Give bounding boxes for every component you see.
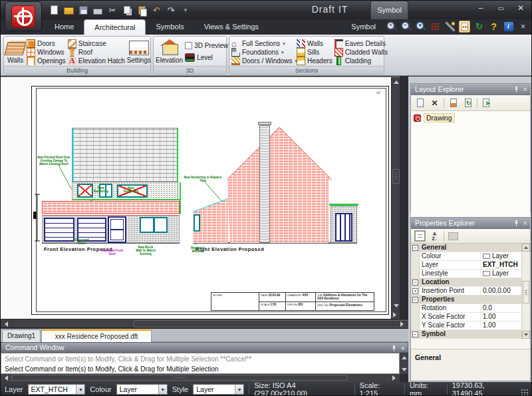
sketch-mode-icon[interactable] bbox=[459, 21, 470, 32]
tab-home[interactable]: Home bbox=[45, 19, 84, 35]
insert-symbol-icon[interactable]: ➤ bbox=[481, 97, 492, 108]
scroll-right-button[interactable] bbox=[399, 320, 408, 328]
style-dropdown[interactable]: Layer▼ bbox=[193, 384, 244, 395]
property-rotation[interactable]: Rotation0.0 bbox=[411, 304, 530, 313]
grid-scroll-thumb[interactable] bbox=[523, 281, 529, 303]
grid-scroll-up[interactable] bbox=[522, 244, 530, 252]
vertical-scroll-thumb[interactable] bbox=[392, 169, 400, 184]
doc-tab-drawing1[interactable]: Drawing1 bbox=[2, 329, 41, 342]
property-insertion-point[interactable]: +Insertion Point0.00,0.00 bbox=[411, 287, 530, 296]
categorized-view-icon[interactable] bbox=[414, 230, 426, 242]
grid-snap-icon[interactable] bbox=[430, 21, 441, 32]
open-icon[interactable] bbox=[63, 5, 74, 15]
ribbon-close-icon[interactable]: × bbox=[517, 21, 529, 32]
openings-button[interactable]: Openings bbox=[27, 57, 66, 65]
app-menu-button[interactable] bbox=[5, 1, 42, 31]
doc-tab-residence[interactable]: xxx Residence Proposed.dft bbox=[41, 329, 152, 342]
command-vertical-scrollbar[interactable] bbox=[400, 353, 408, 374]
drawing-canvas[interactable]: A2 bbox=[1, 77, 400, 319]
property-colour[interactable]: ColourLayer bbox=[411, 252, 530, 261]
elevation-button[interactable]: Elevation bbox=[156, 38, 183, 65]
headers-button[interactable]: Headers bbox=[297, 57, 332, 65]
category-symbol[interactable]: −Symbol bbox=[411, 330, 530, 339]
command-scroll-thumb[interactable] bbox=[11, 375, 347, 381]
layer-dropdown[interactable]: EXT_HTCH▼ bbox=[28, 384, 86, 395]
cladding-button[interactable]: Cladding bbox=[334, 57, 384, 65]
walls-button[interactable]: Walls bbox=[6, 38, 25, 65]
new-layout-icon[interactable] bbox=[414, 97, 426, 108]
layout-explorer-close-icon[interactable]: × bbox=[523, 86, 527, 93]
zoom-in-icon[interactable] bbox=[386, 21, 397, 32]
canvas-horizontal-scrollbar[interactable] bbox=[1, 319, 408, 328]
windows-button[interactable]: Windows bbox=[27, 48, 66, 57]
property-y-scale[interactable]: Y Scale Factor1.00 bbox=[411, 321, 530, 330]
undo-icon[interactable]: ↶ bbox=[151, 5, 162, 15]
dropdown-arrow-icon[interactable]: ▼ bbox=[158, 385, 167, 394]
sort-az-icon[interactable]: AZ↓ bbox=[429, 230, 440, 242]
scroll-up-button[interactable] bbox=[392, 77, 400, 87]
tab-views-settings[interactable]: Views & Settings bbox=[194, 19, 269, 35]
command-close-icon[interactable]: × bbox=[401, 345, 405, 352]
3d-preview-checkbox[interactable]: 3D Preview bbox=[185, 41, 228, 50]
command-scroll-up[interactable] bbox=[400, 353, 408, 362]
close-button[interactable]: ✕ bbox=[514, 4, 527, 13]
level-button[interactable]: Level bbox=[185, 53, 228, 62]
staircase-button[interactable]: Staircase bbox=[68, 39, 125, 48]
zoom-out-icon[interactable] bbox=[400, 21, 412, 32]
command-scroll-left[interactable] bbox=[1, 374, 9, 382]
pin-icon[interactable] bbox=[391, 345, 397, 352]
property-x-scale[interactable]: X Scale Factor1.00 bbox=[411, 313, 530, 321]
cladded-walls-button[interactable]: Cladded Walls bbox=[334, 48, 384, 57]
scroll-down-button[interactable] bbox=[392, 301, 400, 310]
new-icon[interactable] bbox=[49, 5, 59, 15]
maximize-button[interactable]: ▭ bbox=[494, 4, 507, 13]
minimize-button[interactable]: – bbox=[474, 4, 487, 13]
tab-symbols[interactable]: Symbols bbox=[146, 19, 194, 35]
elevation-hatch-button[interactable]: AElevation Hatch bbox=[68, 57, 125, 65]
redo-icon[interactable]: ↷ bbox=[166, 5, 176, 15]
layout-tree-item-drawing[interactable]: Drawing bbox=[411, 111, 530, 124]
sills-button[interactable]: Sills bbox=[297, 48, 332, 57]
dropdown-arrow-icon[interactable]: ▼ bbox=[76, 385, 84, 394]
scroll-right-corner-button[interactable] bbox=[392, 310, 400, 319]
pin-icon[interactable] bbox=[513, 220, 519, 227]
colour-dropdown[interactable]: Layer▼ bbox=[116, 384, 168, 395]
property-layer[interactable]: LayerEXT_HTCH bbox=[411, 261, 530, 270]
qat-more-icon[interactable]: ▾ bbox=[180, 5, 191, 15]
doors-windows-button[interactable]: Doors / Windows▾ bbox=[231, 57, 295, 65]
eaves-details-button[interactable]: Eaves Details bbox=[334, 39, 384, 48]
category-general[interactable]: −General bbox=[411, 244, 530, 252]
zoom-extents-icon[interactable] bbox=[415, 21, 426, 32]
category-properties[interactable]: −Properties bbox=[411, 296, 530, 304]
doors-button[interactable]: Doors bbox=[27, 39, 66, 48]
refresh-icon[interactable]: ↻ bbox=[473, 21, 485, 32]
section-walls-button[interactable]: Walls bbox=[297, 39, 332, 48]
canvas-vertical-scrollbar[interactable] bbox=[391, 77, 400, 319]
scroll-left-button[interactable] bbox=[1, 320, 9, 328]
foundations-button[interactable]: Foundations▾ bbox=[231, 48, 295, 57]
dropdown-arrow-icon[interactable]: ▼ bbox=[235, 385, 243, 394]
settings-button[interactable]: Settings bbox=[127, 38, 151, 65]
save-icon[interactable] bbox=[78, 5, 88, 15]
property-linestyle[interactable]: LinestyleLayer bbox=[411, 270, 530, 278]
help-icon[interactable]: ? bbox=[488, 21, 499, 32]
refresh-layout-icon[interactable]: ↻ bbox=[462, 97, 473, 108]
snap-icon[interactable] bbox=[444, 21, 456, 32]
command-window-body[interactable]: Select Command or Item(s) to Modify, Cli… bbox=[1, 353, 400, 374]
print-icon[interactable] bbox=[92, 5, 103, 15]
command-scroll-down[interactable] bbox=[400, 365, 408, 374]
full-sections-button[interactable]: ⌂Full Sections▾ bbox=[231, 39, 295, 48]
property-grid-scrollbar[interactable] bbox=[521, 244, 530, 339]
roof-button[interactable]: Roof bbox=[68, 48, 125, 57]
grid-scroll-down[interactable] bbox=[522, 331, 530, 339]
resize-grip[interactable] bbox=[521, 389, 529, 396]
delete-layout-icon[interactable]: ✕ bbox=[429, 97, 440, 108]
properties-explorer-close-icon[interactable]: × bbox=[523, 220, 527, 227]
category-location[interactable]: −Location bbox=[411, 278, 530, 287]
update-symbol-icon[interactable] bbox=[448, 97, 459, 108]
cut-icon[interactable]: ✂ bbox=[107, 5, 118, 15]
paste-icon[interactable] bbox=[136, 5, 147, 15]
info-icon[interactable]: i bbox=[503, 21, 514, 32]
tab-architectural[interactable]: Architectural bbox=[84, 19, 146, 35]
copy-icon[interactable] bbox=[122, 5, 132, 15]
